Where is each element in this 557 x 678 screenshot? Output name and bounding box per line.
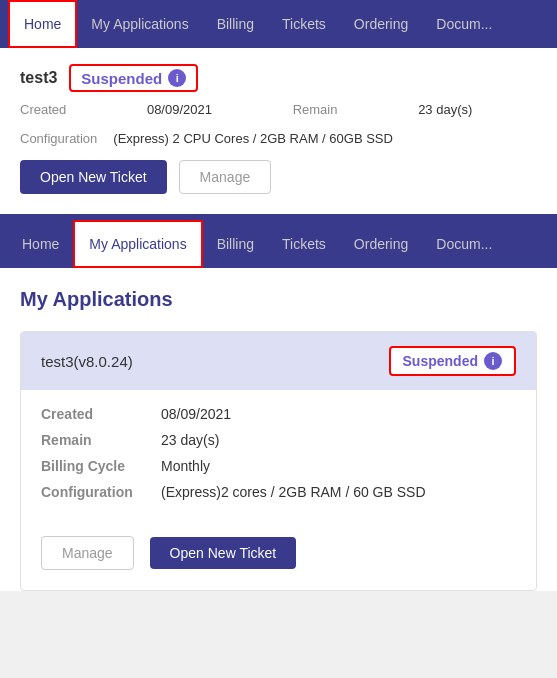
nav-billing[interactable]: Billing — [203, 0, 268, 48]
page-title: My Applications — [20, 288, 537, 311]
detail-created: Created 08/09/2021 — [41, 406, 516, 422]
nav2-home[interactable]: Home — [8, 220, 73, 268]
open-new-ticket-button-card[interactable]: Open New Ticket — [150, 537, 297, 569]
nav-my-applications[interactable]: My Applications — [77, 0, 202, 48]
top-card-section: test3 Suspended i Created 08/09/2021 Rem… — [0, 48, 557, 214]
top-navbar: Home My Applications Billing Tickets Ord… — [0, 0, 557, 48]
created-detail-label: Created — [41, 406, 161, 422]
nav2-docum[interactable]: Docum... — [422, 220, 506, 268]
config-row: Configuration (Express) 2 CPU Cores / 2G… — [20, 131, 537, 146]
billing-detail-label: Billing Cycle — [41, 458, 161, 474]
config-detail-label: Configuration — [41, 484, 161, 500]
app-info-icon[interactable]: i — [484, 352, 502, 370]
remain-detail-label: Remain — [41, 432, 161, 448]
top-card-name: test3 — [20, 69, 57, 87]
application-card: test3(v8.0.24) Suspended i Created 08/09… — [20, 331, 537, 591]
app-status-text: Suspended — [403, 353, 478, 369]
main-content: My Applications test3(v8.0.24) Suspended… — [0, 268, 557, 591]
remain-label: Remain — [293, 102, 402, 117]
app-status-badge: Suspended i — [389, 346, 516, 376]
nav-ordering[interactable]: Ordering — [340, 0, 422, 48]
nav-tickets[interactable]: Tickets — [268, 0, 340, 48]
manage-button-top[interactable]: Manage — [179, 160, 272, 194]
billing-detail-value: Monthly — [161, 458, 210, 474]
second-navbar: Home My Applications Billing Tickets Ord… — [0, 220, 557, 268]
app-card-footer: Manage Open New Ticket — [21, 526, 536, 590]
remain-value: 23 day(s) — [418, 102, 537, 117]
nav2-my-applications[interactable]: My Applications — [73, 220, 202, 268]
open-new-ticket-button-top[interactable]: Open New Ticket — [20, 160, 167, 194]
config-value: (Express) 2 CPU Cores / 2GB RAM / 60GB S… — [113, 131, 393, 146]
nav2-billing[interactable]: Billing — [203, 220, 268, 268]
app-card-name: test3(v8.0.24) — [41, 353, 133, 370]
created-label: Created — [20, 102, 131, 117]
nav-docum[interactable]: Docum... — [422, 0, 506, 48]
detail-billing: Billing Cycle Monthly — [41, 458, 516, 474]
nav2-tickets[interactable]: Tickets — [268, 220, 340, 268]
created-value: 08/09/2021 — [147, 102, 277, 117]
config-detail-value: (Express)2 cores / 2GB RAM / 60 GB SSD — [161, 484, 426, 500]
remain-detail-value: 23 day(s) — [161, 432, 219, 448]
nav-home[interactable]: Home — [8, 0, 77, 48]
app-card-header: test3(v8.0.24) Suspended i — [21, 332, 536, 390]
top-card-actions: Open New Ticket Manage — [20, 160, 537, 194]
manage-button-card[interactable]: Manage — [41, 536, 134, 570]
app-card-body: Created 08/09/2021 Remain 23 day(s) Bill… — [21, 390, 536, 526]
info-icon[interactable]: i — [168, 69, 186, 87]
config-label: Configuration — [20, 131, 97, 146]
detail-remain: Remain 23 day(s) — [41, 432, 516, 448]
top-card-status-text: Suspended — [81, 70, 162, 87]
nav2-ordering[interactable]: Ordering — [340, 220, 422, 268]
top-card-meta: Created 08/09/2021 Remain 23 day(s) — [20, 102, 537, 117]
detail-config: Configuration (Express)2 cores / 2GB RAM… — [41, 484, 516, 500]
created-detail-value: 08/09/2021 — [161, 406, 231, 422]
top-card-status-badge: Suspended i — [69, 64, 198, 92]
top-card-header: test3 Suspended i — [20, 64, 537, 92]
